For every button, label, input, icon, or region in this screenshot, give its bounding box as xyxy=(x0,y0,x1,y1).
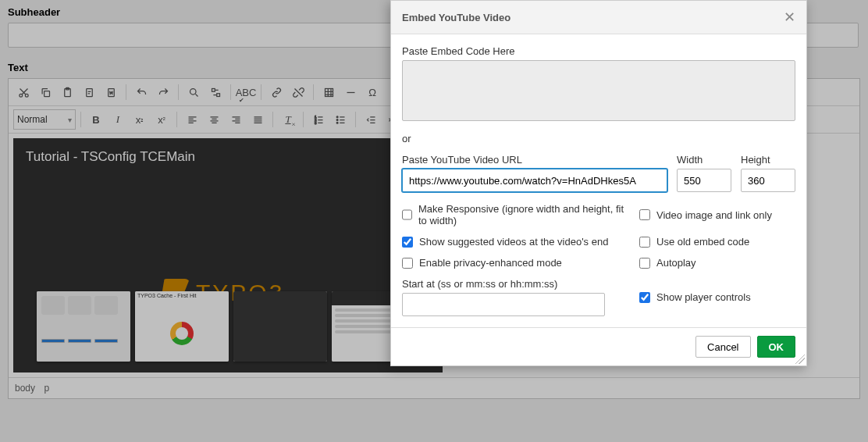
height-input[interactable] xyxy=(741,169,795,192)
width-input[interactable] xyxy=(677,169,731,192)
start-at-input[interactable] xyxy=(402,293,605,316)
show-suggested-checkbox[interactable]: Show suggested videos at the video's end xyxy=(402,236,631,248)
close-icon[interactable]: ✕ xyxy=(784,9,795,26)
image-link-only-checkbox[interactable]: Video image and link only xyxy=(639,203,795,226)
height-label: Height xyxy=(741,154,795,166)
old-embed-checkbox[interactable]: Use old embed code xyxy=(639,236,795,248)
autoplay-checkbox[interactable]: Autoplay xyxy=(639,257,795,269)
privacy-mode-checkbox[interactable]: Enable privacy-enhanced mode xyxy=(402,257,631,269)
resize-grip-icon[interactable] xyxy=(794,353,805,364)
embed-youtube-dialog: Embed YouTube Video ✕ Paste Embed Code H… xyxy=(390,0,807,366)
ok-button[interactable]: OK xyxy=(757,336,796,358)
start-at-label: Start at (ss or mm:ss or hh:mm:ss) xyxy=(402,278,631,290)
show-controls-checkbox[interactable]: Show player controls xyxy=(639,278,795,316)
or-label: or xyxy=(402,133,795,144)
dialog-title: Embed YouTube Video xyxy=(402,12,510,23)
make-responsive-checkbox[interactable]: Make Responsive (ignore width and height… xyxy=(402,203,631,226)
youtube-url-input[interactable] xyxy=(402,169,667,192)
url-label: Paste YouTube Video URL xyxy=(402,154,667,166)
cancel-button[interactable]: Cancel xyxy=(695,336,750,358)
embed-code-input[interactable] xyxy=(402,60,795,121)
width-label: Width xyxy=(677,154,731,166)
embed-code-label: Paste Embed Code Here xyxy=(402,45,795,57)
